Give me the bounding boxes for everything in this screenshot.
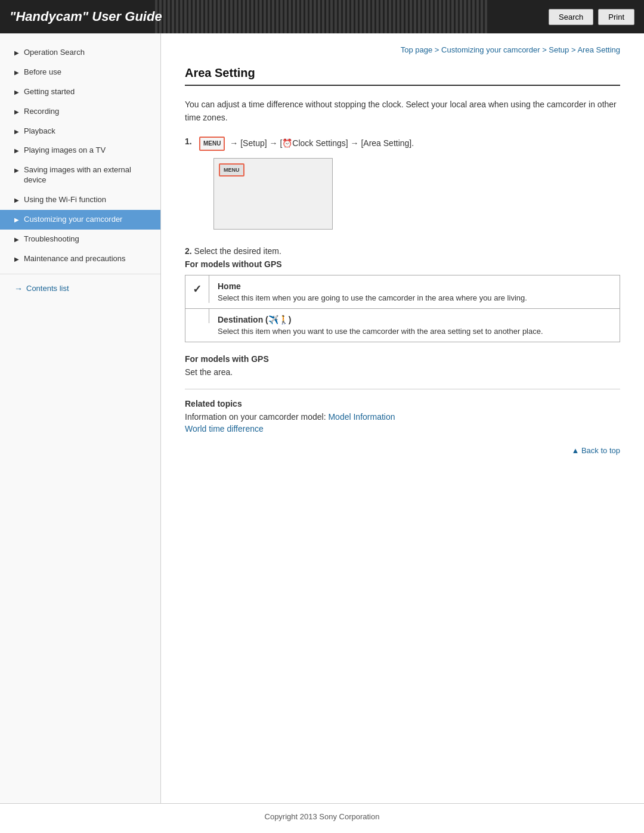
sidebar-item-playback[interactable]: ▶ Playback xyxy=(0,122,160,141)
sidebar-item-before-use[interactable]: ▶ Before use xyxy=(0,63,160,82)
related-info-text: Information on your camcorder model: Mod… xyxy=(185,412,620,422)
sidebar-item-label: Before use xyxy=(24,67,61,78)
menu-btn-in-screen: MENU xyxy=(219,163,244,176)
destination-title: Destination (✈️🚶) xyxy=(218,315,611,324)
contents-list-link[interactable]: → Contents list xyxy=(0,279,160,298)
intro-text: You can adjust a time difference without… xyxy=(185,98,620,125)
arrow-icon: ▶ xyxy=(14,49,19,57)
arrow-icon: ▶ xyxy=(14,196,19,204)
selection-row-home: ✓ Home Select this item when you are goi… xyxy=(185,275,620,309)
breadcrumb-customizing[interactable]: Customizing your camcorder xyxy=(441,45,540,54)
sidebar-item-customizing[interactable]: ▶ Customizing your camcorder xyxy=(0,210,160,230)
gps-desc: Set the area. xyxy=(185,367,620,377)
arrow-icon: ▶ xyxy=(14,216,19,224)
sidebar-item-troubleshooting[interactable]: ▶ Troubleshooting xyxy=(0,230,160,249)
breadcrumb: Top page > Customizing your camcorder > … xyxy=(185,45,620,54)
header: "Handycam" User Guide // Generate stripe… xyxy=(0,0,644,33)
header-buttons: Search Print xyxy=(549,9,634,25)
sidebar-item-label: Maintenance and precautions xyxy=(24,254,126,264)
related-topics: Related topics Information on your camco… xyxy=(185,399,620,433)
sidebar-item-label: Saving images with an external device xyxy=(24,165,151,185)
sidebar-item-getting-started[interactable]: ▶ Getting started xyxy=(0,82,160,102)
print-button[interactable]: Print xyxy=(598,9,634,25)
step-2-text: 2. Select the desired item. xyxy=(185,246,620,256)
copyright-text: Copyright 2013 Sony Corporation xyxy=(265,812,380,821)
sidebar-item-label: Operation Search xyxy=(24,48,85,58)
menu-button-image: MENU xyxy=(199,137,225,151)
back-to-top-link[interactable]: ▲ Back to top xyxy=(571,446,620,455)
page-title: Area Setting xyxy=(185,66,620,86)
breadcrumb-sep1: > xyxy=(435,45,441,54)
selection-table: ✓ Home Select this item when you are goi… xyxy=(185,275,620,342)
sidebar-item-label: Getting started xyxy=(24,87,75,97)
sidebar-divider xyxy=(0,274,160,274)
sidebar-item-label: Playing images on a TV xyxy=(24,145,106,156)
arrow-icon: ▶ xyxy=(14,166,19,174)
sidebar-item-label: Customizing your camcorder xyxy=(24,215,122,225)
arrow-icon: ▶ xyxy=(14,128,19,135)
home-check-icon: ✓ xyxy=(185,275,209,303)
step-2-number: 2. xyxy=(185,246,192,256)
home-desc: Select this item when you are going to u… xyxy=(218,293,611,302)
world-time-difference-link[interactable]: World time difference xyxy=(185,424,620,433)
layout: ▶ Operation Search ▶ Before use ▶ Gettin… xyxy=(0,33,644,803)
main-content: Top page > Customizing your camcorder > … xyxy=(161,33,644,803)
step-1-content: MENU → [Setup] → [⏰Clock Settings] → [Ar… xyxy=(199,137,414,237)
arrow-icon: ▶ xyxy=(14,108,19,116)
home-title: Home xyxy=(218,281,611,291)
related-title: Related topics xyxy=(185,399,620,408)
gps-section: For models with GPS Set the area. xyxy=(185,354,620,377)
breadcrumb-top[interactable]: Top page xyxy=(401,45,433,54)
arrow-icon: ▶ xyxy=(14,147,19,154)
sidebar-item-playing-tv[interactable]: ▶ Playing images on a TV xyxy=(0,141,160,160)
step-1: 1. MENU → [Setup] → [⏰Clock Settings] → … xyxy=(185,137,620,237)
destination-check-icon xyxy=(185,309,209,323)
camera-screen-mockup: MENU xyxy=(213,158,333,230)
sidebar-item-saving-external[interactable]: ▶ Saving images with an external device xyxy=(0,160,160,190)
footer: Copyright 2013 Sony Corporation xyxy=(0,803,644,829)
home-content: Home Select this item when you are going… xyxy=(209,275,620,308)
breadcrumb-sep3: > xyxy=(571,45,578,54)
contents-list-label: Contents list xyxy=(26,284,69,293)
search-button[interactable]: Search xyxy=(549,9,593,25)
sidebar-item-maintenance[interactable]: ▶ Maintenance and precautions xyxy=(0,249,160,269)
arrow-icon: ▶ xyxy=(14,255,19,263)
arrow-icon: ▶ xyxy=(14,69,19,76)
breadcrumb-setup[interactable]: Setup xyxy=(549,45,569,54)
header-title: "Handycam" User Guide xyxy=(10,9,162,24)
sidebar-item-label: Using the Wi-Fi function xyxy=(24,195,106,205)
arrow-icon: ▶ xyxy=(14,236,19,243)
sidebar-item-label: Recording xyxy=(24,107,59,117)
model-information-link[interactable]: Model Information xyxy=(328,412,395,422)
sidebar-item-wifi[interactable]: ▶ Using the Wi-Fi function xyxy=(0,190,160,210)
sidebar-item-operation-search[interactable]: ▶ Operation Search xyxy=(0,43,160,63)
for-models-no-gps: For models without GPS xyxy=(185,259,620,269)
step-1-instruction: → [Setup] → [⏰Clock Settings] → [Area Se… xyxy=(230,138,414,148)
sidebar-item-label: Troubleshooting xyxy=(24,234,79,244)
sidebar-item-label: Playback xyxy=(24,126,55,137)
step-2-instruction: Select the desired item. xyxy=(194,246,281,256)
gps-title: For models with GPS xyxy=(185,354,620,364)
destination-content: Destination (✈️🚶) Select this item when … xyxy=(209,309,620,342)
header-stripes: // Generate stripes decoratively documen… xyxy=(155,0,549,33)
destination-desc: Select this item when you want to use th… xyxy=(218,327,611,336)
sidebar-item-recording[interactable]: ▶ Recording xyxy=(0,102,160,122)
breadcrumb-area-setting[interactable]: Area Setting xyxy=(577,45,620,54)
sidebar: ▶ Operation Search ▶ Before use ▶ Gettin… xyxy=(0,33,161,803)
back-to-top: ▲ Back to top xyxy=(185,445,620,455)
contents-arrow-icon: → xyxy=(14,284,23,293)
section-divider xyxy=(185,389,620,389)
step-1-number: 1. xyxy=(185,137,194,146)
arrow-icon: ▶ xyxy=(14,88,19,96)
selection-row-destination: Destination (✈️🚶) Select this item when … xyxy=(185,309,620,342)
related-info-label: Information on your camcorder model: xyxy=(185,412,328,422)
page-number: 240 xyxy=(0,829,644,833)
breadcrumb-sep2: > xyxy=(542,45,549,54)
